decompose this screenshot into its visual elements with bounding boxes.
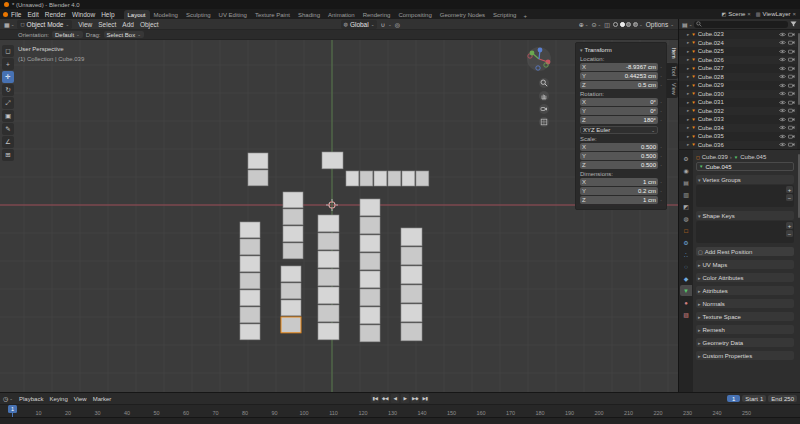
object-name[interactable]: Cube.031 — [698, 99, 777, 105]
frame-start-field[interactable]: Start1 — [742, 395, 766, 402]
workspace-tab-shading[interactable]: Shading — [294, 10, 324, 19]
pan-hand-icon[interactable] — [539, 91, 549, 101]
hide-eye-icon[interactable] — [779, 91, 786, 96]
object-name[interactable]: Cube.025 — [698, 48, 777, 54]
render-visibility-icon[interactable] — [788, 108, 795, 113]
workspace-tab-texture-paint[interactable]: Texture Paint — [251, 10, 294, 19]
object-data-tab[interactable]: ▼ — [680, 285, 692, 296]
unlink-scene-icon[interactable]: × — [747, 11, 751, 17]
expand-icon[interactable]: ▸ — [687, 117, 689, 122]
lock-icon[interactable]: · — [659, 82, 663, 88]
render-visibility-icon[interactable] — [788, 83, 795, 88]
panel-header-geometry-data[interactable]: ▸Geometry Data — [696, 338, 794, 347]
object-name[interactable]: Cube.034 — [698, 125, 777, 131]
menu-render[interactable]: Render — [42, 11, 69, 18]
workspace-tab-layout[interactable]: Layout — [124, 10, 150, 19]
editor-type-icon[interactable]: ▦⌄ — [4, 21, 14, 28]
viewlayer-selector[interactable]: ▥ ViewLayer × — [756, 11, 796, 17]
object-name[interactable]: Cube.036 — [698, 142, 777, 148]
workspace-tab-geometry-nodes[interactable]: Geometry Nodes — [436, 10, 489, 19]
particles-tab[interactable]: ∴ — [680, 249, 692, 260]
expand-icon[interactable]: ▸ — [687, 134, 689, 139]
menu-help[interactable]: Help — [98, 11, 117, 18]
solid-shading-icon[interactable] — [620, 22, 625, 27]
drag-dropdown[interactable]: Select Box ⌄ — [104, 31, 144, 38]
rotate-tool[interactable]: ↻ — [2, 84, 14, 96]
shading-options-chevron-icon[interactable]: ⌄ — [639, 22, 643, 27]
zoom-icon[interactable] — [539, 78, 549, 88]
expand-icon[interactable]: ▸ — [687, 108, 689, 113]
lock-icon[interactable]: · — [659, 197, 663, 203]
transform-tool[interactable]: ▣ — [2, 110, 14, 122]
hide-eye-icon[interactable] — [779, 142, 786, 147]
viewlayer-tab[interactable]: ▥ — [680, 189, 692, 200]
snap-options-chevron-icon[interactable]: ⌄ — [388, 22, 392, 27]
hide-eye-icon[interactable] — [779, 125, 786, 130]
lock-icon[interactable]: · — [659, 108, 663, 114]
expand-icon[interactable]: ▸ — [687, 32, 689, 37]
outliner-item[interactable]: ▸▼Cube.024 — [679, 39, 797, 48]
panel-header-normals[interactable]: ▸Normals — [696, 299, 794, 308]
expand-icon[interactable]: ▸ — [687, 125, 689, 130]
scale--z-field[interactable]: Z0.500 — [580, 161, 658, 169]
panel-header-remesh[interactable]: ▸Remesh — [696, 325, 794, 334]
scale-tool[interactable]: ⤢ — [2, 97, 14, 109]
render-visibility-icon[interactable] — [788, 49, 795, 54]
material-tab[interactable]: ● — [680, 297, 692, 308]
object-name[interactable]: Cube.024 — [698, 40, 777, 46]
scale--x-field[interactable]: X0.500 — [580, 143, 658, 151]
object-tab[interactable]: □ — [680, 225, 692, 236]
workspace-tab-modeling[interactable]: Modeling — [150, 10, 182, 19]
render-visibility-icon[interactable] — [788, 40, 795, 45]
hide-eye-icon[interactable] — [779, 74, 786, 79]
hide-eye-icon[interactable] — [779, 66, 786, 71]
next-keyframe-button[interactable]: ▶◆ — [411, 394, 420, 403]
expand-icon[interactable]: ▸ — [687, 74, 689, 79]
modifiers-tab[interactable]: ⚙ — [680, 237, 692, 248]
properties-scrollbar[interactable] — [798, 154, 800, 218]
menu-keying[interactable]: Keying — [46, 396, 70, 402]
outliner-item[interactable]: ▸▼Cube.032 — [679, 107, 797, 116]
perspective-toggle-icon[interactable] — [539, 117, 549, 127]
show-gizmo-icon[interactable]: ⊕⌄ — [579, 21, 589, 28]
render-visibility-icon[interactable] — [788, 74, 795, 79]
transform-orientation-dropdown[interactable]: ◍ Global ⌄ — [341, 20, 378, 29]
object-name[interactable]: Cube.029 — [698, 82, 777, 88]
outliner-item[interactable]: ▸▼Cube.031 — [679, 98, 797, 107]
location--y-field[interactable]: Y0.44253 cm — [580, 72, 658, 80]
output-tab[interactable]: ▤ — [680, 177, 692, 188]
workspace-tab-compositing[interactable]: Compositing — [394, 10, 435, 19]
rotation-mode-dropdown[interactable]: XYZ Euler⌄ — [580, 126, 658, 134]
location--x-field[interactable]: X-8.9367 cm — [580, 63, 658, 71]
wireframe-shading-icon[interactable] — [613, 22, 618, 27]
menu-view[interactable]: View — [75, 21, 95, 28]
outliner-item[interactable]: ▸▼Cube.027 — [679, 64, 797, 73]
expand-icon[interactable]: ▸ — [687, 100, 689, 105]
outliner-item[interactable]: ▸▼Cube.035 — [679, 132, 797, 141]
menu-view[interactable]: View — [71, 396, 90, 402]
xray-toggle-icon[interactable]: ◫ — [604, 21, 610, 28]
select-box-tool[interactable]: ◻ — [2, 45, 14, 57]
physics-tab[interactable]: ◌ — [680, 261, 692, 272]
outliner-item[interactable]: ▸▼Cube.036 — [679, 141, 797, 150]
expand-icon[interactable]: ▸ — [687, 91, 689, 96]
lock-icon[interactable]: · — [659, 153, 663, 159]
object-name[interactable]: Cube.023 — [698, 31, 777, 37]
expand-icon[interactable]: ▸ — [687, 83, 689, 88]
outliner-item[interactable]: ▸▼Cube.030 — [679, 90, 797, 99]
unlink-viewlayer-icon[interactable]: × — [792, 11, 796, 17]
constraints-tab[interactable]: ◆ — [680, 273, 692, 284]
hide-eye-icon[interactable] — [779, 32, 786, 37]
outliner-item[interactable]: ▸▼Cube.023 — [679, 30, 797, 39]
breadcrumb-data[interactable]: Cube.045 — [740, 154, 766, 160]
scene-tab[interactable]: ◩ — [680, 201, 692, 212]
filter-icon[interactable] — [790, 21, 797, 27]
rotation--x-field[interactable]: X0° — [580, 98, 658, 106]
hide-eye-icon[interactable] — [779, 108, 786, 113]
expand-icon[interactable]: ▸ — [687, 40, 689, 45]
panel-header-custom-properties[interactable]: ▸Custom Properties — [696, 351, 794, 360]
expand-icon[interactable]: ▸ — [687, 49, 689, 54]
lock-icon[interactable]: · — [659, 179, 663, 185]
previous-keyframe-button[interactable]: ◆◀ — [381, 394, 390, 403]
annotate-tool[interactable]: ✎ — [2, 123, 14, 135]
